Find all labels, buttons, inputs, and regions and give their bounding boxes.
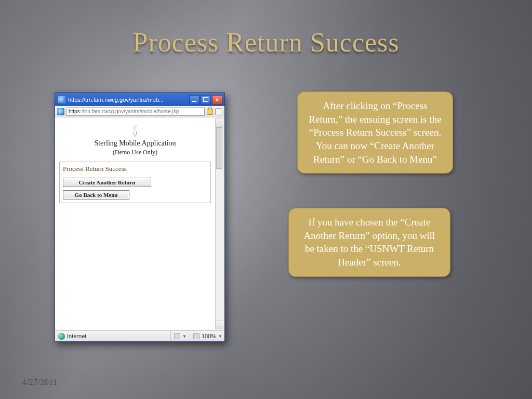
callout-2: If you have chosen the “Create Another R… [288, 208, 450, 277]
slide-date: 4/27/2011 [22, 377, 57, 388]
window-titlebar[interactable]: https://trn.fam.nwcg.gov/yantra/mob... × [55, 92, 225, 106]
scroll-up-button[interactable] [216, 119, 223, 127]
slide-title: Process Return Success [0, 27, 532, 58]
result-panel: Process Return Success Create Another Re… [59, 162, 211, 203]
page-body: Sterling Mobile Application (Demo Use On… [58, 124, 212, 203]
url-rest: ://trn.fam.nwcg.gov/yantra/mobile/home.j… [80, 109, 179, 114]
close-button[interactable]: × [212, 95, 222, 104]
zoom-icon [193, 333, 200, 339]
status-zone-label: Internet [67, 333, 86, 339]
status-bar: Internet ▼ 100% ▼ [55, 330, 225, 342]
maximize-button[interactable] [201, 95, 211, 104]
address-bar: https://trn.fam.nwcg.gov/yantra/mobile/h… [55, 106, 225, 117]
panel-title: Process Return Success [60, 162, 210, 176]
url-protocol: https [69, 109, 80, 114]
globe-icon [58, 333, 65, 340]
status-zoom[interactable]: 100% ▼ [190, 331, 222, 341]
callout-1: After clicking on “Process Return,” the … [297, 91, 453, 174]
chevron-down-icon: ▼ [182, 334, 187, 339]
go-back-to-menu-button[interactable]: Go Back to Menu [63, 190, 129, 200]
scroll-thumb[interactable] [216, 127, 222, 169]
lock-icon [207, 109, 213, 115]
create-another-return-button[interactable]: Create Another Return [63, 178, 151, 187]
window-title-text: https://trn.fam.nwcg.gov/yantra/mob... [68, 97, 189, 103]
app-header: Sterling Mobile Application (Demo Use On… [58, 124, 212, 156]
ie-logo-icon [58, 96, 65, 103]
scroll-down-button[interactable] [216, 321, 223, 329]
chevron-down-icon: ▼ [218, 334, 222, 339]
app-name: Sterling Mobile Application [58, 139, 212, 148]
status-protected-mode[interactable]: ▼ [170, 331, 187, 341]
app-logo-icon [130, 124, 140, 138]
addr-options-button[interactable] [215, 108, 222, 115]
browser-window: https://trn.fam.nwcg.gov/yantra/mob... ×… [55, 92, 225, 342]
status-zone: Internet [57, 331, 167, 341]
window-control-buttons: × [189, 95, 222, 104]
zoom-value: 100% [202, 333, 216, 339]
page-content: Sterling Mobile Application (Demo Use On… [55, 117, 225, 330]
page-favicon-icon [57, 108, 64, 115]
slide: Process Return Success https://trn.fam.n… [0, 0, 532, 399]
security-icon [174, 333, 180, 339]
address-input[interactable]: https://trn.fam.nwcg.gov/yantra/mobile/h… [66, 108, 205, 116]
scrollbar[interactable] [215, 118, 223, 329]
app-subtitle: (Demo Use Only) [58, 149, 212, 156]
minimize-button[interactable] [189, 95, 200, 104]
